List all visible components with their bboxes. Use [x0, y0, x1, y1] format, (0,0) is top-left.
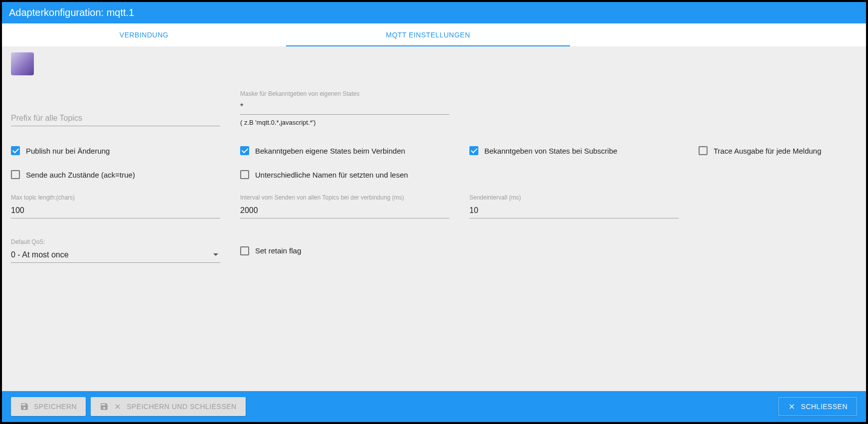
- adapter-config-window: Adapterkonfiguration: mqtt.1 VERBINDUNG …: [2, 2, 866, 422]
- save-close-button[interactable]: SPEICHERN UND SCHLIESSEN: [91, 397, 246, 416]
- prefix-input[interactable]: Prefix für alle Topics: [11, 111, 220, 126]
- save-icon: [20, 402, 29, 411]
- adapter-logo-icon: [11, 52, 34, 75]
- close-button[interactable]: SCHLIESSEN: [778, 397, 857, 416]
- interval-all-label: Interval vom Senden von allen Topics bei…: [240, 194, 449, 201]
- close-button-label: SCHLIESSEN: [801, 403, 848, 411]
- tab-connection[interactable]: VERBINDUNG: [2, 23, 286, 46]
- send-interval-input[interactable]: [469, 203, 679, 218]
- interval-all-input[interactable]: [240, 203, 449, 218]
- publish-on-change-checkbox[interactable]: [11, 146, 20, 155]
- mask-input[interactable]: [240, 99, 449, 115]
- save-button[interactable]: SPEICHERN: [11, 397, 86, 416]
- window-title: Adapterkonfiguration: mqtt.1: [2, 2, 866, 23]
- send-ack-checkbox[interactable]: [11, 170, 20, 179]
- tab-bar: VERBINDUNG MQTT EINSTELLUNGEN: [2, 23, 866, 46]
- trace-checkbox[interactable]: [699, 146, 708, 155]
- publish-on-subscribe-label: Bekanntgeben von States bei Subscribe: [484, 147, 617, 155]
- close-icon: [788, 403, 796, 411]
- max-topic-input[interactable]: [11, 203, 220, 218]
- publish-on-connect-checkbox[interactable]: [240, 146, 249, 155]
- mask-label: Maske für Bekanntgeben von eigenen State…: [240, 90, 449, 97]
- diff-names-label: Unterschiedliche Namen für setzten und l…: [255, 171, 408, 179]
- close-icon: [114, 403, 122, 411]
- save-button-label: SPEICHERN: [34, 403, 77, 411]
- retain-label: Set retain flag: [255, 246, 301, 255]
- chevron-down-icon: [213, 253, 218, 256]
- qos-select[interactable]: 0 - At most once: [11, 247, 220, 263]
- send-interval-label: Sendeintervall (ms): [469, 194, 679, 201]
- mask-hint: ( z.B 'mqtt.0.*,javascript.*'): [240, 119, 449, 126]
- trace-label: Trace Ausgabe für jede Meldung: [714, 147, 821, 155]
- max-topic-label: Max topic length:(chars): [11, 194, 220, 201]
- tab-mqtt-settings[interactable]: MQTT EINSTELLUNGEN: [286, 23, 570, 46]
- footer-bar: SPEICHERN SPEICHERN UND SCHLIESSEN SCHLI…: [2, 391, 866, 422]
- save-close-button-label: SPEICHERN UND SCHLIESSEN: [127, 403, 237, 411]
- save-icon: [100, 402, 109, 411]
- settings-panel: Prefix für alle Topics Maske für Bekannt…: [2, 46, 866, 391]
- diff-names-checkbox[interactable]: [240, 170, 249, 179]
- publish-on-change-label: Publish nur bei Änderung: [26, 147, 110, 155]
- publish-on-connect-label: Bekanntgeben eigene States beim Verbinde…: [255, 147, 405, 155]
- publish-on-subscribe-checkbox[interactable]: [469, 146, 478, 155]
- qos-label: Default QoS:: [11, 238, 220, 245]
- send-ack-label: Sende auch Zustände (ack=true): [26, 171, 135, 179]
- retain-checkbox[interactable]: [240, 246, 249, 255]
